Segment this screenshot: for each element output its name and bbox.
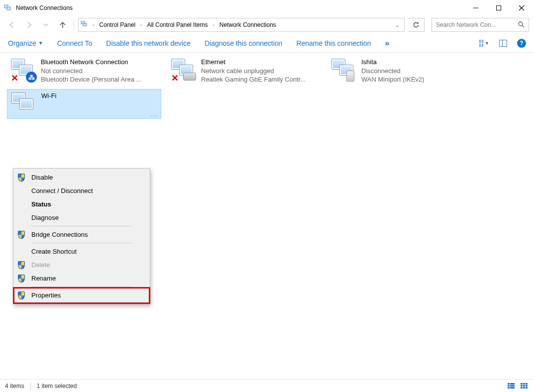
- context-menu-item-rename[interactable]: Rename: [14, 272, 149, 285]
- search-input[interactable]: Search Network Con...: [431, 18, 529, 32]
- connect-to-link[interactable]: Connect To: [57, 39, 93, 47]
- menu-separator: [31, 287, 132, 287]
- svg-rect-1: [7, 7, 10, 10]
- context-menu-item-shortcut[interactable]: Create Shortcut: [14, 245, 149, 258]
- view-options-button[interactable]: ▼: [479, 38, 489, 48]
- connection-name: Ishita: [361, 58, 425, 67]
- maximize-button[interactable]: [487, 0, 510, 16]
- context-menu-item-diagnose[interactable]: Diagnose: [14, 211, 149, 224]
- address-dropdown[interactable]: ⌄: [392, 22, 402, 28]
- window-icon: [4, 4, 12, 12]
- connection-status: Network cable unplugged: [201, 67, 306, 76]
- connection-item-wifi[interactable]: Wi-Fi ...: [7, 89, 161, 119]
- connection-status: Disconnected: [361, 67, 425, 76]
- connection-device: WAN Miniport (IKEv2): [361, 75, 425, 84]
- server-icon: [346, 71, 354, 82]
- network-adapter-icon: [329, 58, 356, 83]
- window-title: Network Connections: [16, 4, 464, 11]
- error-x-icon: ✕: [11, 73, 18, 84]
- nav-separator: [74, 20, 74, 30]
- chevron-right-icon: ›: [212, 22, 215, 28]
- folder-icon: [81, 20, 90, 29]
- svg-point-8: [519, 22, 523, 26]
- details-view-button[interactable]: [506, 382, 516, 390]
- svg-line-9: [522, 25, 524, 27]
- connection-device: Realtek Gaming GbE Family Contr...: [201, 75, 306, 84]
- chevron-right-icon: ›: [92, 22, 95, 28]
- window-controls: [464, 0, 533, 16]
- back-button[interactable]: [5, 18, 19, 32]
- connection-item-ethernet[interactable]: ✕ Ethernet Network cable unplugged Realt…: [167, 56, 321, 86]
- network-adapter-icon: ✕ ⁂: [9, 58, 36, 83]
- tiles-view-button[interactable]: [519, 382, 529, 390]
- network-adapter-icon: ✕: [169, 58, 196, 83]
- menu-separator: [31, 226, 132, 226]
- ethernet-cable-icon: [183, 73, 196, 81]
- organize-menu[interactable]: Organize▼: [8, 39, 43, 47]
- refresh-button[interactable]: [408, 18, 425, 32]
- breadcrumb-item[interactable]: Network Connections: [217, 20, 278, 29]
- recent-dropdown[interactable]: [39, 18, 53, 32]
- content-area: ✕ ⁂ Bluetooth Network Connection Not con…: [0, 53, 534, 119]
- network-adapter-icon: [9, 92, 36, 116]
- bluetooth-badge-icon: ⁂: [26, 72, 37, 83]
- search-icon: [518, 21, 525, 29]
- svg-rect-3: [497, 6, 501, 10]
- address-bar[interactable]: › Control Panel › All Control Panel Item…: [78, 18, 405, 32]
- context-menu-item-connect[interactable]: Connect / Disconnect: [14, 184, 149, 197]
- chevron-right-icon: ›: [139, 22, 143, 28]
- context-menu-item-bridge[interactable]: Bridge Connections: [14, 228, 149, 241]
- context-menu-item-status[interactable]: Status: [14, 197, 149, 211]
- connection-name: Wi-Fi: [41, 92, 56, 100]
- breadcrumb-item[interactable]: Control Panel: [97, 20, 137, 29]
- item-count: 4 items: [5, 383, 24, 390]
- forward-button[interactable]: [22, 18, 36, 32]
- context-menu-item-disable[interactable]: Disable: [14, 171, 149, 184]
- breadcrumb-item[interactable]: All Control Panel Items: [145, 20, 210, 29]
- disable-device-link[interactable]: Disable this network device: [106, 39, 191, 47]
- more-commands[interactable]: »: [385, 39, 390, 48]
- selection-count: 1 item selected: [37, 383, 77, 390]
- diagnose-link[interactable]: Diagnose this connection: [205, 39, 282, 47]
- help-button[interactable]: ?: [517, 39, 526, 48]
- connection-name: Bluetooth Network Connection: [41, 58, 141, 67]
- uac-shield-icon: [18, 174, 26, 182]
- statusbar-separator: [30, 382, 31, 390]
- titlebar: Network Connections: [0, 0, 534, 16]
- minimize-button[interactable]: [464, 0, 487, 16]
- command-bar: Organize▼ Connect To Disable this networ…: [0, 34, 534, 53]
- connection-device: Bluetooth Device (Personal Area ...: [41, 75, 141, 84]
- menu-separator: [31, 243, 132, 243]
- connection-status: Not connected: [41, 67, 141, 76]
- chevron-down-icon: ▼: [38, 40, 43, 46]
- rename-link[interactable]: Rename this connection: [296, 39, 371, 47]
- context-menu: Disable Connect / Disconnect Status Diag…: [13, 168, 150, 304]
- connection-item-vpn[interactable]: Ishita Disconnected WAN Miniport (IKEv2): [327, 56, 482, 86]
- connection-name: Ethernet: [201, 58, 306, 67]
- uac-shield-icon: [18, 275, 26, 283]
- context-menu-item-delete: Delete: [14, 258, 149, 272]
- more-indicator: ...: [150, 111, 158, 117]
- connection-item-bluetooth[interactable]: ✕ ⁂ Bluetooth Network Connection Not con…: [7, 56, 161, 86]
- preview-pane-button[interactable]: [498, 38, 508, 48]
- svg-rect-7: [83, 23, 87, 26]
- up-button[interactable]: [56, 18, 70, 32]
- uac-shield-icon: [18, 261, 26, 269]
- nav-row: › Control Panel › All Control Panel Item…: [0, 16, 534, 34]
- status-bar: 4 items 1 item selected: [0, 379, 534, 392]
- search-placeholder: Search Network Con...: [436, 21, 518, 28]
- uac-shield-icon: [18, 292, 26, 299]
- connections-row: ✕ ⁂ Bluetooth Network Connection Not con…: [7, 56, 534, 86]
- error-x-icon: ✕: [171, 73, 179, 84]
- uac-shield-icon: [18, 231, 26, 239]
- context-menu-item-properties[interactable]: Properties: [14, 289, 149, 302]
- close-button[interactable]: [510, 0, 533, 16]
